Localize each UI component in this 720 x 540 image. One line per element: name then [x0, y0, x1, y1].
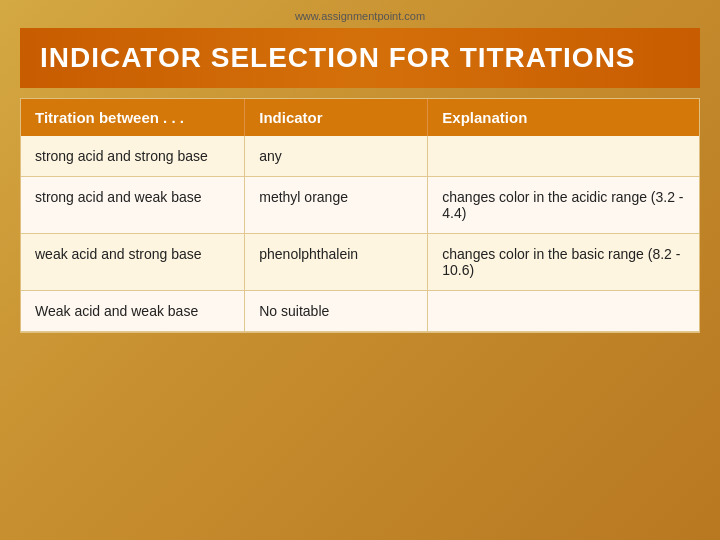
- cell-indicator: No suitable: [245, 291, 428, 332]
- cell-titration: Weak acid and weak base: [21, 291, 245, 332]
- cell-explanation: changes color in the basic range (8.2 - …: [428, 234, 699, 291]
- cell-explanation: changes color in the acidic range (3.2 -…: [428, 177, 699, 234]
- page-wrapper: www.assignmentpoint.com INDICATOR SELECT…: [0, 0, 720, 353]
- table-row: strong acid and strong baseany: [21, 136, 699, 177]
- table-row: Weak acid and weak baseNo suitable: [21, 291, 699, 332]
- table-row: weak acid and strong basephenolphthalein…: [21, 234, 699, 291]
- website-url: www.assignmentpoint.com: [20, 10, 700, 22]
- table-header-row: Titration between . . . Indicator Explan…: [21, 99, 699, 136]
- cell-explanation: [428, 136, 699, 177]
- table-container: Titration between . . . Indicator Explan…: [20, 98, 700, 333]
- header-titration: Titration between . . .: [21, 99, 245, 136]
- header-explanation: Explanation: [428, 99, 699, 136]
- cell-indicator: methyl orange: [245, 177, 428, 234]
- titrations-table: Titration between . . . Indicator Explan…: [21, 99, 699, 332]
- table-row: strong acid and weak basemethyl orangech…: [21, 177, 699, 234]
- cell-indicator: phenolphthalein: [245, 234, 428, 291]
- cell-titration: strong acid and weak base: [21, 177, 245, 234]
- cell-titration: weak acid and strong base: [21, 234, 245, 291]
- cell-titration: strong acid and strong base: [21, 136, 245, 177]
- cell-explanation: [428, 291, 699, 332]
- header-indicator: Indicator: [245, 99, 428, 136]
- cell-indicator: any: [245, 136, 428, 177]
- page-title: INDICATOR SELECTION FOR TITRATIONS: [20, 28, 700, 88]
